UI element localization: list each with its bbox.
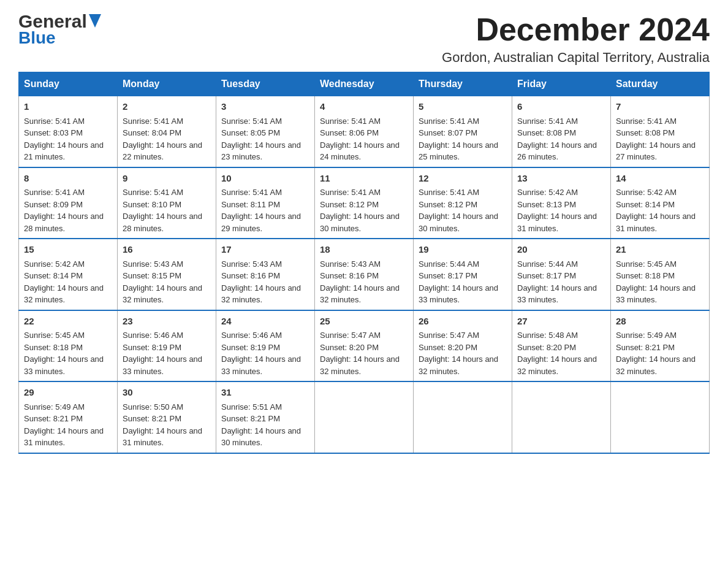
daylight-text: Daylight: 14 hours and 30 minutes. [320, 212, 400, 233]
sunset-text: Sunset: 8:03 PM [24, 128, 83, 137]
daylight-text: Daylight: 14 hours and 22 minutes. [123, 140, 202, 162]
sunset-text: Sunset: 8:20 PM [320, 343, 379, 352]
day-number: 29 [24, 386, 112, 400]
daylight-text: Daylight: 14 hours and 27 minutes. [616, 140, 696, 162]
sunrise-text: Sunrise: 5:42 AM [517, 188, 578, 197]
sunrise-text: Sunrise: 5:49 AM [24, 402, 85, 412]
weekday-header-wednesday: Wednesday [315, 72, 414, 96]
sunrise-text: Sunrise: 5:41 AM [320, 117, 381, 126]
calendar-cell: 17Sunrise: 5:43 AMSunset: 8:16 PMDayligh… [216, 239, 315, 310]
sunset-text: Sunset: 8:08 PM [616, 128, 675, 137]
day-number: 28 [616, 315, 704, 329]
daylight-text: Daylight: 14 hours and 31 minutes. [517, 212, 597, 233]
daylight-text: Daylight: 14 hours and 30 minutes. [419, 212, 498, 233]
daylight-text: Daylight: 14 hours and 32 minutes. [419, 354, 498, 376]
day-number: 16 [123, 243, 211, 257]
sunset-text: Sunset: 8:14 PM [24, 271, 83, 280]
calendar-cell [315, 381, 414, 453]
calendar-cell [611, 381, 710, 453]
day-number: 31 [221, 386, 309, 400]
weekday-header-sunday: Sunday [19, 72, 118, 96]
daylight-text: Daylight: 14 hours and 33 minutes. [221, 354, 301, 376]
sunset-text: Sunset: 8:14 PM [616, 200, 675, 209]
day-number: 24 [221, 315, 309, 329]
sunrise-text: Sunrise: 5:44 AM [517, 259, 578, 269]
daylight-text: Daylight: 14 hours and 30 minutes. [221, 426, 301, 448]
calendar-cell: 10Sunrise: 5:41 AMSunset: 8:11 PMDayligh… [216, 167, 315, 239]
calendar-cell: 29Sunrise: 5:49 AMSunset: 8:21 PMDayligh… [19, 381, 118, 453]
daylight-text: Daylight: 14 hours and 32 minutes. [221, 283, 301, 305]
daylight-text: Daylight: 14 hours and 28 minutes. [24, 212, 104, 233]
sunset-text: Sunset: 8:04 PM [123, 128, 181, 137]
sunset-text: Sunset: 8:09 PM [24, 200, 83, 209]
daylight-text: Daylight: 14 hours and 29 minutes. [221, 212, 301, 233]
calendar-cell: 5Sunrise: 5:41 AMSunset: 8:07 PMDaylight… [414, 96, 512, 167]
sunrise-text: Sunrise: 5:41 AM [517, 117, 578, 126]
daylight-text: Daylight: 14 hours and 31 minutes. [123, 426, 202, 448]
weekday-header-saturday: Saturday [611, 72, 710, 96]
sunrise-text: Sunrise: 5:47 AM [419, 331, 479, 340]
sunset-text: Sunset: 8:19 PM [221, 343, 280, 352]
calendar-cell: 8Sunrise: 5:41 AMSunset: 8:09 PMDaylight… [19, 167, 118, 239]
day-number: 22 [24, 315, 112, 329]
month-year-title: December 2024 [442, 12, 710, 47]
daylight-text: Daylight: 14 hours and 33 minutes. [616, 283, 696, 305]
calendar-cell: 18Sunrise: 5:43 AMSunset: 8:16 PMDayligh… [315, 239, 414, 310]
calendar-cell: 24Sunrise: 5:46 AMSunset: 8:19 PMDayligh… [216, 310, 315, 382]
calendar-week-5: 29Sunrise: 5:49 AMSunset: 8:21 PMDayligh… [19, 381, 710, 453]
daylight-text: Daylight: 14 hours and 32 minutes. [24, 283, 104, 305]
daylight-text: Daylight: 14 hours and 31 minutes. [616, 212, 696, 233]
calendar-cell: 23Sunrise: 5:46 AMSunset: 8:19 PMDayligh… [118, 310, 216, 382]
day-number: 12 [419, 172, 507, 186]
day-number: 14 [616, 172, 704, 186]
day-number: 17 [221, 243, 309, 257]
day-number: 11 [320, 172, 408, 186]
sunrise-text: Sunrise: 5:46 AM [221, 331, 282, 340]
sunrise-text: Sunrise: 5:45 AM [616, 259, 677, 269]
sunrise-text: Sunrise: 5:42 AM [24, 259, 85, 269]
sunset-text: Sunset: 8:05 PM [221, 128, 280, 137]
sunrise-text: Sunrise: 5:41 AM [221, 188, 282, 197]
daylight-text: Daylight: 14 hours and 33 minutes. [24, 354, 104, 376]
calendar-table: SundayMondayTuesdayWednesdayThursdayFrid… [18, 72, 710, 454]
sunrise-text: Sunrise: 5:51 AM [221, 402, 282, 412]
daylight-text: Daylight: 14 hours and 32 minutes. [320, 354, 400, 376]
daylight-text: Daylight: 14 hours and 24 minutes. [320, 140, 400, 162]
sunrise-text: Sunrise: 5:42 AM [616, 188, 677, 197]
calendar-cell: 27Sunrise: 5:48 AMSunset: 8:20 PMDayligh… [512, 310, 611, 382]
sunset-text: Sunset: 8:06 PM [320, 128, 379, 137]
day-number: 10 [221, 172, 309, 186]
sunrise-text: Sunrise: 5:49 AM [616, 331, 677, 340]
sunrise-text: Sunrise: 5:41 AM [123, 188, 183, 197]
sunrise-text: Sunrise: 5:50 AM [123, 402, 183, 412]
sunrise-text: Sunrise: 5:46 AM [123, 331, 183, 340]
calendar-cell: 1Sunrise: 5:41 AMSunset: 8:03 PMDaylight… [19, 96, 118, 167]
daylight-text: Daylight: 14 hours and 32 minutes. [320, 283, 400, 305]
daylight-text: Daylight: 14 hours and 33 minutes. [517, 283, 597, 305]
sunset-text: Sunset: 8:15 PM [123, 271, 181, 280]
day-number: 2 [123, 100, 211, 114]
calendar-cell: 26Sunrise: 5:47 AMSunset: 8:20 PMDayligh… [414, 310, 512, 382]
svg-marker-0 [89, 14, 101, 28]
logo: General Blue [18, 12, 101, 48]
day-number: 4 [320, 100, 408, 114]
calendar-cell: 28Sunrise: 5:49 AMSunset: 8:21 PMDayligh… [611, 310, 710, 382]
calendar-week-3: 15Sunrise: 5:42 AMSunset: 8:14 PMDayligh… [19, 239, 710, 310]
calendar-cell: 15Sunrise: 5:42 AMSunset: 8:14 PMDayligh… [19, 239, 118, 310]
sunset-text: Sunset: 8:18 PM [24, 343, 83, 352]
sunrise-text: Sunrise: 5:41 AM [616, 117, 677, 126]
logo-blue-text: Blue [18, 28, 56, 48]
sunset-text: Sunset: 8:21 PM [616, 343, 675, 352]
sunrise-text: Sunrise: 5:48 AM [517, 331, 578, 340]
days-of-week-header: SundayMondayTuesdayWednesdayThursdayFrid… [19, 72, 710, 96]
sunset-text: Sunset: 8:17 PM [517, 271, 576, 280]
sunset-text: Sunset: 8:07 PM [419, 128, 477, 137]
daylight-text: Daylight: 14 hours and 25 minutes. [419, 140, 498, 162]
calendar-cell: 30Sunrise: 5:50 AMSunset: 8:21 PMDayligh… [118, 381, 216, 453]
sunset-text: Sunset: 8:18 PM [616, 271, 675, 280]
day-number: 5 [419, 100, 507, 114]
sunrise-text: Sunrise: 5:45 AM [24, 331, 85, 340]
day-number: 27 [517, 315, 605, 329]
daylight-text: Daylight: 14 hours and 32 minutes. [517, 354, 597, 376]
sunset-text: Sunset: 8:19 PM [123, 343, 181, 352]
